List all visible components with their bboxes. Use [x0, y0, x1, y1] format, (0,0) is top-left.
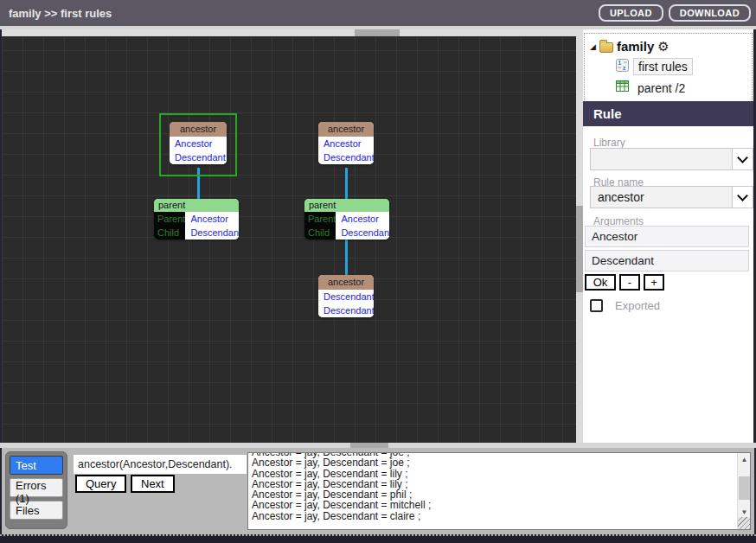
node-port-label: Child	[154, 226, 185, 240]
table-icon	[616, 80, 629, 96]
rules-icon: 1z	[616, 59, 629, 75]
remove-argument-button[interactable]: -	[619, 274, 640, 291]
tab-test[interactable]: Test	[10, 456, 63, 475]
tree-item-label: parent /2	[633, 80, 689, 96]
node-port-label: Parent	[304, 212, 336, 226]
diagram-canvas[interactable]: ancestorAncestorDescendantancestorAncest…	[2, 29, 576, 443]
tree-item-label: first rules	[633, 58, 693, 75]
graph-node-ancestor[interactable]: ancestorAncestorDescendant	[318, 122, 374, 164]
graph-node-ancestor[interactable]: ancestorDescendantXDescendant	[318, 275, 374, 317]
graph-edge	[345, 168, 348, 199]
tab-errors-1[interactable]: Errors (1)	[10, 478, 63, 497]
graph-node-parent[interactable]: parentParentChildAncestorDescendantX	[304, 199, 389, 240]
folder-icon	[599, 42, 613, 53]
query-input[interactable]	[74, 455, 247, 474]
bottom-tabs: TestErrors (1)Files	[5, 451, 67, 529]
argument-input-1[interactable]	[585, 226, 749, 247]
node-argument-label: Descendant	[318, 303, 374, 317]
exported-checkbox[interactable]	[590, 299, 603, 312]
library-label: Library	[593, 137, 625, 149]
exported-label: Exported	[615, 299, 660, 312]
result-line: Ancestor = jay, Descendant = joe ;	[252, 457, 736, 468]
scrollbar-thumb[interactable]	[355, 29, 400, 36]
selection-rectangle	[159, 113, 237, 176]
download-button[interactable]: DOWNLOAD	[669, 4, 751, 22]
node-argument-label: Descendant	[185, 226, 239, 240]
gear-icon[interactable]: ⚙	[657, 41, 669, 53]
results-output[interactable]: Ancestor = jay, Descendant = joe ;Ancest…	[247, 452, 751, 530]
node-argument-label: Ancestor	[185, 212, 239, 226]
results-text: Ancestor = jay, Descendant = joe ;Ancest…	[252, 453, 736, 529]
scrollbar-thumb[interactable]	[739, 476, 750, 500]
tree-root-label[interactable]: family	[617, 39, 654, 54]
graph-edge	[345, 240, 348, 275]
graph-node-parent[interactable]: parentParentChildAncestorDescendant	[154, 199, 239, 240]
svg-text:1: 1	[618, 60, 622, 66]
topbar: family >> first rules UPLOAD DOWNLOAD	[0, 0, 756, 26]
node-title: parent	[304, 199, 389, 212]
expander-icon[interactable]: ◢	[590, 42, 596, 51]
node-argument-label: DescendantX	[336, 226, 389, 240]
node-argument-label: Ancestor	[336, 212, 389, 226]
right-panel: ◢ family ⚙ 1zfirst rulesparent /2 Rule L…	[583, 29, 753, 443]
rule-panel-title: Rule	[583, 101, 753, 126]
scrollbar-thumb[interactable]	[576, 206, 583, 292]
tree-root-family[interactable]: ◢ family ⚙	[585, 34, 752, 54]
topbar-buttons: UPLOAD DOWNLOAD	[599, 4, 751, 22]
result-line: Ancestor = jay, Descendant = mitchell ;	[252, 500, 736, 510]
canvas-horizontal-scrollbar[interactable]	[2, 29, 576, 36]
node-title: parent	[154, 199, 239, 212]
library-select[interactable]	[590, 148, 753, 170]
resize-grip-icon[interactable]	[738, 517, 751, 529]
tree-item-parent-2[interactable]: parent /2	[616, 80, 752, 96]
node-port-label: Child	[304, 226, 336, 240]
node-port-label: Parent	[154, 212, 185, 226]
query-button[interactable]: Query	[75, 475, 126, 493]
node-title: ancestor	[318, 275, 374, 290]
bottom-edge	[0, 534, 756, 543]
results-scrollbar[interactable]: ▲ ▼	[737, 453, 750, 529]
ok-button[interactable]: Ok	[585, 274, 616, 291]
chevron-down-icon	[732, 187, 753, 208]
argument-input-2[interactable]	[585, 250, 749, 272]
scroll-up-icon[interactable]: ▲	[738, 454, 751, 465]
next-button[interactable]: Next	[131, 475, 175, 493]
chevron-down-icon	[732, 149, 753, 169]
upload-button[interactable]: UPLOAD	[599, 4, 663, 22]
project-tree: ◢ family ⚙ 1zfirst rulesparent /2	[584, 33, 753, 102]
tree-item-first-rules[interactable]: 1zfirst rules	[616, 58, 752, 75]
node-argument-label: Ancestor	[318, 137, 374, 150]
canvas-vertical-scrollbar[interactable]	[576, 29, 583, 443]
bottom-panel: TestErrors (1)Files Query Next Ancestor …	[2, 448, 754, 534]
node-argument-label: DescendantX	[318, 290, 374, 303]
add-argument-button[interactable]: +	[644, 274, 664, 291]
result-line: Ancestor = jay, Descendant = claire ;	[252, 511, 736, 521]
node-title: ancestor	[318, 122, 374, 137]
rule-name-select-value: ancestor	[598, 190, 644, 204]
tree-items: 1zfirst rulesparent /2	[585, 58, 752, 96]
tab-files[interactable]: Files	[10, 501, 63, 520]
rule-name-select[interactable]: ancestor	[590, 186, 753, 208]
node-argument-label: Descendant	[318, 150, 374, 164]
exported-row: Exported	[590, 299, 660, 312]
breadcrumb: family >> first rules	[0, 7, 112, 20]
